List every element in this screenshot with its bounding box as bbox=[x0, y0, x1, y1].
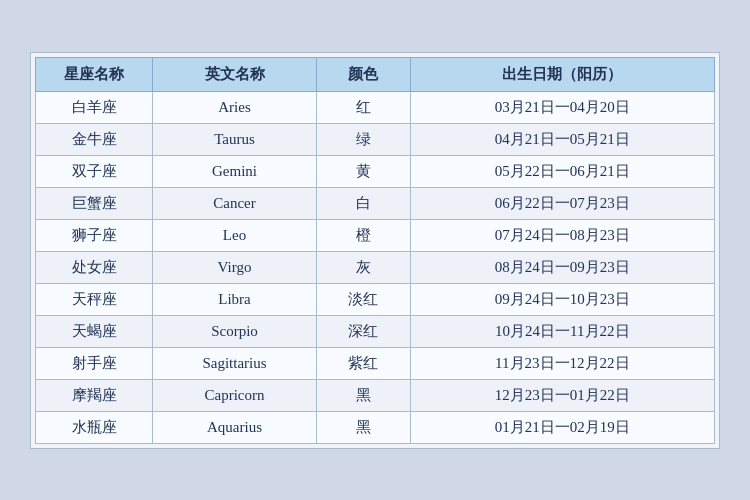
cell-en: Sagittarius bbox=[153, 347, 317, 379]
cell-date: 10月24日一11月22日 bbox=[410, 315, 714, 347]
cell-zh: 金牛座 bbox=[36, 123, 153, 155]
cell-date: 03月21日一04月20日 bbox=[410, 91, 714, 123]
cell-color: 白 bbox=[316, 187, 410, 219]
cell-date: 11月23日一12月22日 bbox=[410, 347, 714, 379]
header-date: 出生日期（阳历） bbox=[410, 57, 714, 91]
cell-zh: 处女座 bbox=[36, 251, 153, 283]
cell-color: 橙 bbox=[316, 219, 410, 251]
header-color: 颜色 bbox=[316, 57, 410, 91]
cell-color: 红 bbox=[316, 91, 410, 123]
cell-en: Virgo bbox=[153, 251, 317, 283]
table-row: 巨蟹座Cancer白06月22日一07月23日 bbox=[36, 187, 715, 219]
table-header-row: 星座名称 英文名称 颜色 出生日期（阳历） bbox=[36, 57, 715, 91]
table-row: 双子座Gemini黄05月22日一06月21日 bbox=[36, 155, 715, 187]
cell-color: 紫红 bbox=[316, 347, 410, 379]
cell-date: 05月22日一06月21日 bbox=[410, 155, 714, 187]
table-row: 天蝎座Scorpio深红10月24日一11月22日 bbox=[36, 315, 715, 347]
cell-en: Cancer bbox=[153, 187, 317, 219]
zodiac-table: 星座名称 英文名称 颜色 出生日期（阳历） 白羊座Aries红03月21日一04… bbox=[35, 57, 715, 444]
cell-date: 09月24日一10月23日 bbox=[410, 283, 714, 315]
cell-en: Capricorn bbox=[153, 379, 317, 411]
cell-zh: 巨蟹座 bbox=[36, 187, 153, 219]
cell-color: 深红 bbox=[316, 315, 410, 347]
table-row: 狮子座Leo橙07月24日一08月23日 bbox=[36, 219, 715, 251]
header-en: 英文名称 bbox=[153, 57, 317, 91]
cell-date: 01月21日一02月19日 bbox=[410, 411, 714, 443]
table-row: 金牛座Taurus绿04月21日一05月21日 bbox=[36, 123, 715, 155]
cell-date: 06月22日一07月23日 bbox=[410, 187, 714, 219]
cell-zh: 天蝎座 bbox=[36, 315, 153, 347]
cell-zh: 狮子座 bbox=[36, 219, 153, 251]
cell-color: 黑 bbox=[316, 411, 410, 443]
header-zh: 星座名称 bbox=[36, 57, 153, 91]
cell-en: Taurus bbox=[153, 123, 317, 155]
table-row: 白羊座Aries红03月21日一04月20日 bbox=[36, 91, 715, 123]
cell-zh: 双子座 bbox=[36, 155, 153, 187]
cell-zh: 水瓶座 bbox=[36, 411, 153, 443]
cell-en: Leo bbox=[153, 219, 317, 251]
cell-date: 04月21日一05月21日 bbox=[410, 123, 714, 155]
cell-date: 07月24日一08月23日 bbox=[410, 219, 714, 251]
table-row: 处女座Virgo灰08月24日一09月23日 bbox=[36, 251, 715, 283]
cell-en: Aries bbox=[153, 91, 317, 123]
cell-zh: 天秤座 bbox=[36, 283, 153, 315]
cell-color: 绿 bbox=[316, 123, 410, 155]
table-row: 天秤座Libra淡红09月24日一10月23日 bbox=[36, 283, 715, 315]
cell-zh: 摩羯座 bbox=[36, 379, 153, 411]
table-row: 摩羯座Capricorn黑12月23日一01月22日 bbox=[36, 379, 715, 411]
table-row: 射手座Sagittarius紫红11月23日一12月22日 bbox=[36, 347, 715, 379]
cell-en: Aquarius bbox=[153, 411, 317, 443]
zodiac-table-container: 星座名称 英文名称 颜色 出生日期（阳历） 白羊座Aries红03月21日一04… bbox=[30, 52, 720, 449]
cell-color: 灰 bbox=[316, 251, 410, 283]
cell-en: Gemini bbox=[153, 155, 317, 187]
cell-date: 12月23日一01月22日 bbox=[410, 379, 714, 411]
cell-zh: 白羊座 bbox=[36, 91, 153, 123]
cell-color: 黑 bbox=[316, 379, 410, 411]
cell-zh: 射手座 bbox=[36, 347, 153, 379]
table-row: 水瓶座Aquarius黑01月21日一02月19日 bbox=[36, 411, 715, 443]
cell-en: Scorpio bbox=[153, 315, 317, 347]
cell-color: 淡红 bbox=[316, 283, 410, 315]
cell-date: 08月24日一09月23日 bbox=[410, 251, 714, 283]
cell-color: 黄 bbox=[316, 155, 410, 187]
cell-en: Libra bbox=[153, 283, 317, 315]
